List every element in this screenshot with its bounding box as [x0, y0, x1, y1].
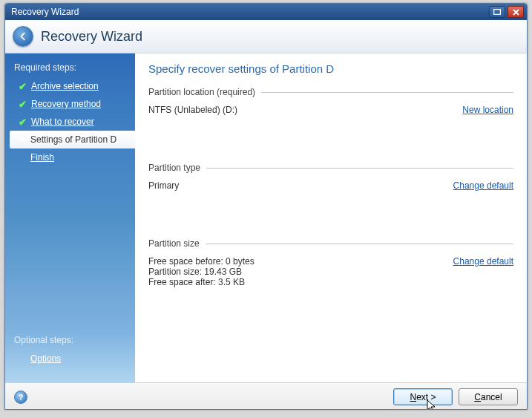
check-icon: ✔	[19, 81, 27, 92]
divider	[206, 244, 513, 244]
step-label: Finish	[30, 152, 54, 163]
group-label-text: Partition type	[148, 163, 200, 173]
group-label-text: Partition location (required)	[148, 87, 255, 97]
change-type-link[interactable]: Change default	[453, 180, 513, 191]
back-button[interactable]	[13, 26, 33, 47]
location-row: NTFS (Unlabeled) (D:) New location	[148, 105, 513, 115]
step-label: Settings of Partition D	[30, 134, 116, 145]
check-icon: ✔	[19, 99, 27, 110]
required-steps-label: Required steps:	[5, 59, 135, 77]
step-archive-selection[interactable]: ✔ Archive selection	[5, 77, 135, 95]
header: Recovery Wizard	[5, 20, 527, 53]
check-icon: ✔	[19, 117, 27, 128]
step-options[interactable]: Options	[5, 350, 135, 368]
step-finish[interactable]: Finish	[5, 148, 135, 166]
divider	[206, 168, 513, 169]
partition-size: Partition size: 19.43 GB	[148, 267, 254, 277]
step-settings-partition-d[interactable]: ➔ Settings of Partition D	[10, 131, 135, 148]
main-heading: Specify recover settings of Partition D	[148, 62, 513, 75]
window-controls	[489, 6, 524, 18]
group-partition-location: Partition location (required)	[148, 87, 513, 97]
sidebar: Required steps: ✔ Archive selection ✔ Re…	[5, 53, 135, 382]
footer: ? Next > Cancel	[5, 382, 527, 410]
optional-steps-label: Optional steps:	[5, 332, 135, 350]
size-row: Free space before: 0 bytes Partition siz…	[148, 256, 513, 287]
new-location-link[interactable]: New location	[462, 105, 513, 115]
step-label: Options	[30, 353, 61, 364]
cancel-button[interactable]: Cancel	[459, 388, 518, 405]
free-space-after: Free space after: 3.5 KB	[148, 277, 254, 287]
free-space-before: Free space before: 0 bytes	[148, 256, 254, 267]
change-size-link[interactable]: Change default	[453, 256, 513, 267]
main-content: Specify recover settings of Partition D …	[135, 53, 527, 382]
step-recovery-method[interactable]: ✔ Recovery method	[5, 95, 135, 113]
titlebar: Recovery Wizard	[5, 4, 527, 20]
help-icon[interactable]: ?	[14, 391, 27, 404]
location-value: NTFS (Unlabeled) (D:)	[148, 105, 237, 115]
wizard-window: Recovery Wizard Recovery Wizard Required…	[4, 3, 528, 410]
size-values: Free space before: 0 bytes Partition siz…	[148, 256, 254, 287]
type-value: Primary	[148, 180, 179, 191]
arrow-right-icon: ➔	[19, 134, 26, 145]
step-label: What to recover	[31, 117, 94, 127]
step-what-to-recover[interactable]: ✔ What to recover	[5, 113, 135, 131]
divider	[261, 92, 513, 93]
step-label: Archive selection	[31, 81, 99, 91]
svg-rect-0	[494, 10, 501, 15]
group-partition-type: Partition type	[148, 163, 513, 173]
page-title: Recovery Wizard	[41, 29, 142, 45]
window-title: Recovery Wizard	[8, 7, 489, 17]
group-partition-size: Partition size	[148, 238, 513, 249]
close-button[interactable]	[508, 6, 524, 18]
optional-steps: Optional steps: Options	[5, 332, 135, 368]
next-button[interactable]: Next >	[393, 388, 453, 405]
group-label-text: Partition size	[148, 238, 200, 249]
maximize-button[interactable]	[489, 6, 505, 18]
type-row: Primary Change default	[148, 180, 513, 191]
step-label: Recovery method	[31, 99, 101, 109]
body: Required steps: ✔ Archive selection ✔ Re…	[5, 53, 527, 382]
